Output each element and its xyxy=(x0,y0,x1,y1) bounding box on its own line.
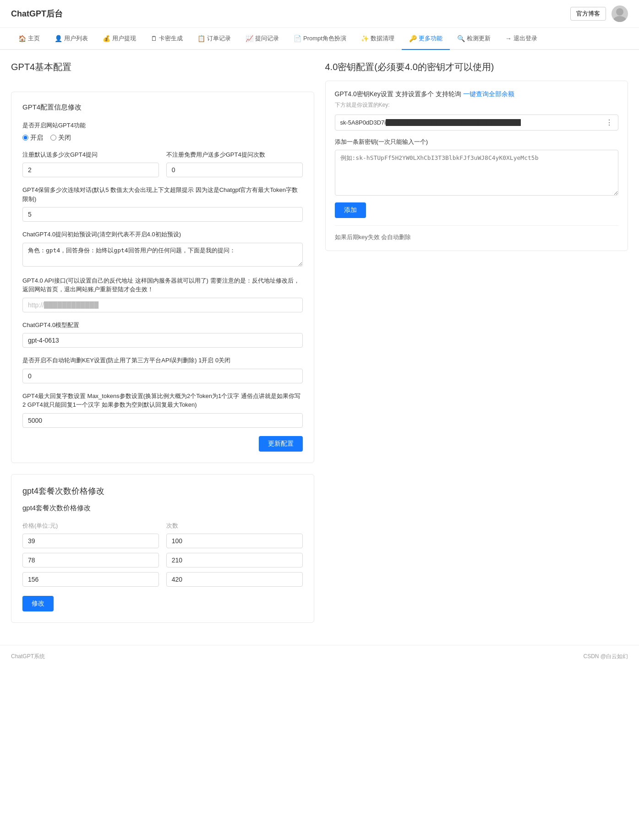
count-input-1[interactable] xyxy=(166,553,303,567)
price-card-title: gpt4套餐次数价格修改 xyxy=(22,504,303,513)
api-label: GPT4.0 API接口(可以设置自己的反代地址 这样国内服务器就可以用了) 需… xyxy=(22,276,303,294)
config-card-title: GPT4配置信息修改 xyxy=(22,103,303,112)
nav-item-card[interactable]: 🗒 卡密生成 xyxy=(143,28,190,50)
auto-rotate-label: 是否开启不自动轮询删KEY设置(防止用了第三方平台API误判删除) 1开启 0关… xyxy=(22,356,303,365)
user-icon: 👤 xyxy=(55,35,62,42)
withdraw-icon: 💰 xyxy=(103,35,110,42)
key-item: sk-5A8P0dD3D7i██████████████████████████… xyxy=(335,115,619,131)
header-right: 官方博客 xyxy=(570,5,628,22)
free-gift-group: 注册默认送多少次GPT4提问 xyxy=(22,150,159,178)
nav-item-orders[interactable]: 📋 订单记录 xyxy=(190,28,238,50)
update-btn-row: 更新配置 xyxy=(22,436,303,452)
price-input-0[interactable] xyxy=(22,534,159,548)
left-column: GPT4基本配置 GPT4配置信息修改 是否开启网站GPT4功能 开启 关闭 xyxy=(11,61,314,623)
count-input-2[interactable] xyxy=(166,572,303,587)
official-blog-button[interactable]: 官方博客 xyxy=(570,7,606,21)
add-key-textarea[interactable] xyxy=(335,150,619,196)
enable-label: 是否开启网站GPT4功能 xyxy=(22,121,303,130)
key-sub-label: 下方就是你设置的Key: xyxy=(335,101,619,109)
logout-icon: → xyxy=(505,35,512,42)
nonfree-gift-input[interactable] xyxy=(166,163,303,177)
key-config-card: GPT4.0密钥Key设置 支持设置多个 支持轮询 一键查询全部余额 下方就是你… xyxy=(325,81,628,251)
nav-label-ask: 提问记录 xyxy=(255,34,279,43)
price-card: gpt4套餐次数价格修改 gpt4套餐次数价格修改 价格(单位:元) 次数 修改 xyxy=(11,474,314,623)
avatar[interactable] xyxy=(612,5,628,22)
preset-textarea[interactable]: 角色：gpt4，回答身份：始终以gpt4回答用户的任何问题，下面是我的提问： xyxy=(22,243,303,267)
preset-group: ChatGPT4.0提问初始预设词(清空则代表不开启4.0初始预设) 角色：gp… xyxy=(22,230,303,268)
radio-off[interactable]: 关闭 xyxy=(50,134,71,142)
data-icon: ✨ xyxy=(361,35,369,42)
nav-label-withdraw: 用户提现 xyxy=(112,34,136,43)
nav-label-logout: 退出登录 xyxy=(513,34,537,43)
add-key-button[interactable]: 添加 xyxy=(335,202,366,218)
nav-item-ask[interactable]: 📈 提问记录 xyxy=(238,28,286,50)
orders-icon: 📋 xyxy=(197,35,205,42)
price-input-2[interactable] xyxy=(22,572,159,587)
radio-on[interactable]: 开启 xyxy=(22,134,43,142)
right-column: 4.0密钥配置(必须要4.0的密钥才可以使用) GPT4.0密钥Key设置 支持… xyxy=(325,61,628,623)
auto-rotate-input[interactable] xyxy=(22,369,303,383)
nav-label-prompt: Prompt角色扮演 xyxy=(303,34,346,43)
nonfree-gift-label: 不注册免费用户送多少GPT4提问次数 xyxy=(166,150,303,159)
price-col-label: 价格(单位:元) xyxy=(22,522,159,530)
nav-item-check[interactable]: 🔍 检测更新 xyxy=(450,28,498,50)
nav-label-more: 更多功能 xyxy=(419,34,442,43)
prompt-icon: 📄 xyxy=(294,35,301,42)
edit-price-button[interactable]: 修改 xyxy=(22,596,54,611)
gpt4-config-card: GPT4配置信息修改 是否开启网站GPT4功能 开启 关闭 xyxy=(11,92,314,463)
nav-label-card: 卡密生成 xyxy=(159,34,183,43)
max-tokens-label: GPT4最大回复字数设置 Max_tokens参数设置(换算比例大概为2个Tok… xyxy=(22,392,303,409)
card-icon: 🗒 xyxy=(151,35,157,42)
max-tokens-input[interactable] xyxy=(22,413,303,428)
count-input-0[interactable] xyxy=(166,534,303,548)
footer-left: ChatGPT系统 xyxy=(11,653,45,660)
model-input[interactable] xyxy=(22,333,303,348)
auto-rotate-group: 是否开启不自动轮询删KEY设置(防止用了第三方平台API误判删除) 1开启 0关… xyxy=(22,356,303,383)
more-icon: 🔑 xyxy=(409,35,417,42)
add-key-label: 添加一条新密钥(一次只能输入一个) xyxy=(335,138,619,146)
context-input[interactable] xyxy=(22,207,303,222)
radio-on-input[interactable] xyxy=(22,135,28,141)
page-footer: ChatGPT系统 CSDN @白云如幻 xyxy=(0,645,639,668)
radio-off-label: 关闭 xyxy=(58,134,71,142)
key-section-title: 4.0密钥配置(必须要4.0的密钥才可以使用) xyxy=(325,61,628,73)
add-key-section: 添加一条新密钥(一次只能输入一个) xyxy=(335,138,619,197)
nav-item-home[interactable]: 🏠 主页 xyxy=(11,28,47,50)
api-input[interactable] xyxy=(22,298,303,312)
nav-label-data: 数据清理 xyxy=(371,34,394,43)
header: ChatGPT后台 官方博客 xyxy=(0,0,639,28)
nav-item-prompt[interactable]: 📄 Prompt角色扮演 xyxy=(286,28,354,50)
nav-item-data[interactable]: ✨ 数据清理 xyxy=(354,28,402,50)
price-row-2 xyxy=(22,572,303,587)
key-item-more-icon[interactable]: ⋮ xyxy=(606,118,613,127)
left-section-title: GPT4基本配置 xyxy=(11,61,314,81)
model-group: ChatGPT4.0模型配置 xyxy=(22,321,303,348)
nav-item-withdraw[interactable]: 💰 用户提现 xyxy=(95,28,143,50)
logo: ChatGPT后台 xyxy=(11,8,63,19)
nav-item-users[interactable]: 👤 用户列表 xyxy=(47,28,95,50)
nav-item-logout[interactable]: → 退出登录 xyxy=(498,28,545,50)
api-group: GPT4.0 API接口(可以设置自己的反代地址 这样国内服务器就可以用了) 需… xyxy=(22,276,303,312)
enable-group: 是否开启网站GPT4功能 开启 关闭 xyxy=(22,121,303,142)
price-row-0 xyxy=(22,534,303,548)
main-content: GPT4基本配置 GPT4配置信息修改 是否开启网站GPT4功能 开启 关闭 xyxy=(0,50,639,634)
free-gift-input[interactable] xyxy=(22,163,159,177)
edit-btn-row: 修改 xyxy=(22,596,303,611)
price-input-1[interactable] xyxy=(22,553,159,567)
nonfree-gift-group: 不注册免费用户送多少GPT4提问次数 xyxy=(166,150,303,178)
radio-off-input[interactable] xyxy=(50,135,56,141)
update-config-button[interactable]: 更新配置 xyxy=(259,436,303,452)
nav-label-home: 主页 xyxy=(28,34,40,43)
nav-item-more[interactable]: 🔑 更多功能 xyxy=(402,28,450,50)
gpt4-section-title: GPT4基本配置 xyxy=(11,61,314,73)
home-icon: 🏠 xyxy=(18,35,26,42)
add-btn-row: 添加 xyxy=(335,202,619,218)
price-table-header: 价格(单位:元) 次数 xyxy=(22,522,303,530)
key-title-prefix: GPT4.0密钥Key设置 支持设置多个 支持轮询 xyxy=(335,90,463,98)
svg-point-0 xyxy=(616,8,623,16)
nav-label-orders: 订单记录 xyxy=(207,34,231,43)
context-group: GPT4保留多少次连续对话(默认5 数值太大会出现上下文超限提示 因为这是Cha… xyxy=(22,185,303,222)
query-all-balance-link[interactable]: 一键查询全部余额 xyxy=(463,90,514,98)
ask-icon: 📈 xyxy=(246,35,253,42)
navigation: 🏠 主页 👤 用户列表 💰 用户提现 🗒 卡密生成 📋 订单记录 📈 提问记录 … xyxy=(0,28,639,50)
